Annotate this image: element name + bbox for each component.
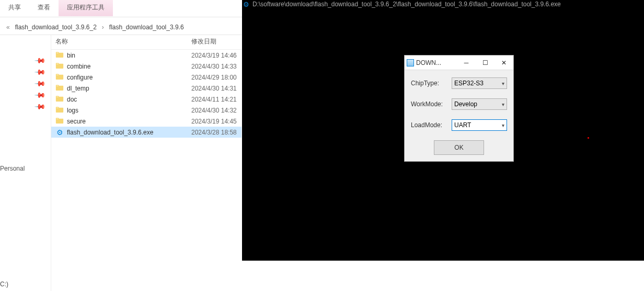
tab-view[interactable]: 查看	[29, 0, 59, 16]
loadmode-value: UART	[454, 121, 471, 129]
explorer-toolbar: 共享 查看 应用程序工具	[0, 0, 246, 17]
breadcrumb-item[interactable]: flash_download_tool_3.9.6	[106, 24, 187, 31]
chiptype-value: ESP32-S3	[454, 80, 484, 87]
app-icon	[407, 59, 414, 66]
file-name: configure	[67, 74, 93, 81]
folder-icon	[55, 51, 67, 60]
breadcrumb-prefix: «	[4, 24, 12, 31]
file-date: 2024/4/30 14:33	[191, 63, 242, 70]
chevron-down-icon: ▾	[502, 102, 504, 107]
gear-icon: ⚙	[55, 128, 64, 137]
folder-icon	[55, 106, 67, 115]
red-dot	[588, 137, 589, 139]
file-list: 名称 修改日期 bin2024/3/19 14:46combine2024/4/…	[51, 35, 242, 291]
file-name: doc	[67, 96, 77, 103]
list-row[interactable]: doc2024/4/11 14:21	[51, 94, 242, 105]
workmode-value: Develop	[454, 100, 477, 108]
workmode-label: WorkMode:	[411, 100, 452, 108]
chevron-down-icon: ▾	[502, 81, 504, 86]
folder-icon	[55, 95, 67, 104]
file-name: combine	[67, 63, 90, 70]
file-name: logs	[67, 107, 78, 114]
header-date[interactable]: 修改日期	[191, 37, 242, 46]
console-title-text: D:\software\download\flash_download_tool…	[252, 1, 561, 8]
explorer-sidebar: 📌 📌 📌 📌 📌 Personal C:)	[0, 35, 51, 291]
list-row[interactable]: secure2024/3/19 14:45	[51, 116, 242, 127]
file-name: secure	[67, 118, 86, 125]
pin-icon: 📌	[34, 54, 46, 66]
breadcrumb-item[interactable]: flash_download_tool_3.9.6_2	[12, 24, 100, 31]
dialog-titlebar[interactable]: DOWN... ─ ☐ ✕	[405, 55, 513, 70]
chevron-down-icon: ▾	[502, 122, 504, 128]
file-date: 2024/4/29 18:00	[191, 74, 242, 81]
sidebar-drive[interactable]: C:)	[0, 281, 8, 288]
pin-icon: 📌	[34, 77, 46, 89]
list-row[interactable]: bin2024/3/19 14:46	[51, 50, 242, 61]
file-name: flash_download_tool_3.9.6.exe	[67, 129, 153, 136]
workmode-select[interactable]: Develop ▾	[452, 98, 507, 110]
tab-share[interactable]: 共享	[0, 0, 29, 16]
file-date: 2024/4/11 14:21	[191, 96, 242, 103]
close-button[interactable]: ✕	[494, 55, 513, 70]
list-row[interactable]: ⚙flash_download_tool_3.9.6.exe2024/3/28 …	[51, 127, 242, 138]
file-date: 2024/3/19 14:46	[191, 52, 242, 59]
ok-button[interactable]: OK	[434, 140, 484, 155]
maximize-button[interactable]: ☐	[476, 55, 494, 70]
gear-icon: ⚙	[243, 1, 249, 8]
tab-app-tools[interactable]: 应用程序工具	[59, 0, 113, 16]
folder-icon	[55, 117, 67, 126]
console-titlebar[interactable]: ⚙ D:\software\download\flash_download_to…	[242, 0, 644, 8]
file-date: 2024/4/30 14:32	[191, 107, 242, 114]
minimize-button[interactable]: ─	[457, 55, 476, 70]
folder-icon	[55, 62, 67, 71]
file-name: bin	[67, 52, 75, 59]
file-date: 2024/4/30 14:31	[191, 85, 242, 92]
list-row[interactable]: combine2024/4/30 14:33	[51, 61, 242, 72]
file-date: 2024/3/19 14:45	[191, 118, 242, 125]
file-date: 2024/3/28 18:58	[191, 129, 242, 136]
sidebar-personal[interactable]: Personal	[0, 165, 25, 172]
list-header[interactable]: 名称 修改日期	[51, 35, 242, 50]
folder-icon	[55, 84, 67, 93]
explorer-body: 📌 📌 📌 📌 📌 Personal C:) 名称 修改日期 bin2024/3…	[0, 35, 242, 291]
file-name: dl_temp	[67, 85, 89, 92]
pin-icon: 📌	[34, 88, 46, 100]
chiptype-select[interactable]: ESP32-S3 ▾	[452, 77, 507, 89]
list-row[interactable]: configure2024/4/29 18:00	[51, 72, 242, 83]
list-row[interactable]: logs2024/4/30 14:32	[51, 105, 242, 116]
download-dialog: DOWN... ─ ☐ ✕ ChipType: ESP32-S3 ▾ WorkM…	[404, 55, 514, 162]
header-name[interactable]: 名称	[55, 37, 191, 46]
pin-icon: 📌	[34, 100, 46, 112]
chevron-right-icon: ›	[100, 24, 106, 31]
pin-icon: 📌	[34, 65, 46, 77]
loadmode-select[interactable]: UART ▾	[452, 119, 507, 131]
chiptype-label: ChipType:	[411, 80, 452, 87]
dialog-body: ChipType: ESP32-S3 ▾ WorkMode: Develop ▾…	[405, 70, 513, 161]
list-row[interactable]: dl_temp2024/4/30 14:31	[51, 83, 242, 94]
loadmode-label: LoadMode:	[411, 121, 452, 129]
folder-icon	[55, 73, 67, 82]
dialog-title: DOWN...	[416, 59, 457, 66]
